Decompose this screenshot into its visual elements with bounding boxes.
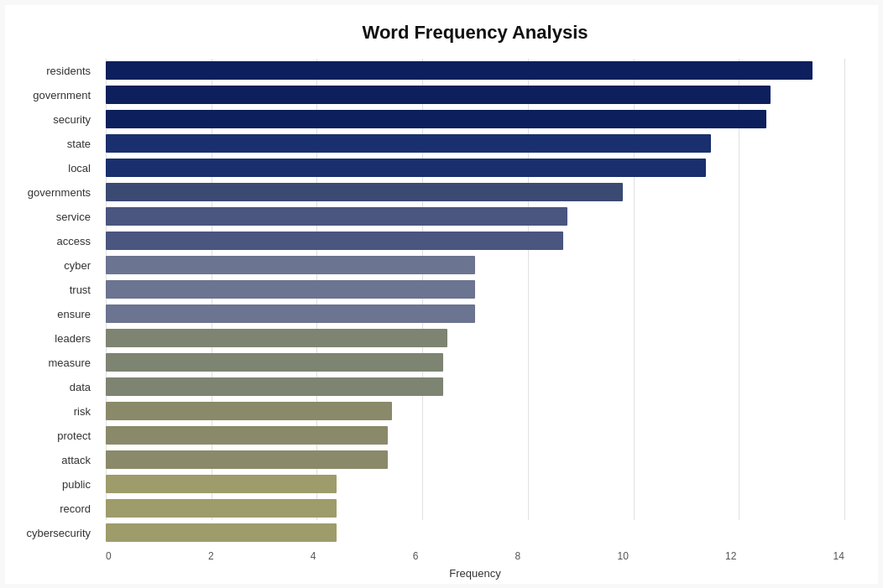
x-tick: 6 bbox=[413, 550, 419, 562]
x-axis: 02468101214 bbox=[106, 550, 844, 562]
bar-label: state bbox=[7, 138, 99, 150]
x-tick: 0 bbox=[106, 550, 112, 562]
bar-label: public bbox=[7, 478, 99, 491]
bar-track bbox=[106, 353, 844, 372]
bar-label: access bbox=[7, 235, 99, 247]
bar-label: ensure bbox=[7, 308, 99, 320]
bar-row: local bbox=[106, 156, 844, 180]
bar-fill bbox=[106, 475, 337, 493]
bar-label: security bbox=[7, 113, 99, 126]
x-tick: 4 bbox=[311, 550, 316, 562]
bar-track bbox=[106, 61, 844, 80]
bar-label: cyber bbox=[7, 259, 99, 272]
bar-label: data bbox=[7, 381, 99, 393]
bar-track bbox=[106, 426, 844, 445]
x-tick: 12 bbox=[725, 550, 736, 562]
bar-fill bbox=[106, 377, 443, 396]
bar-fill bbox=[106, 304, 475, 323]
bar-row: trust bbox=[106, 278, 844, 302]
chart-title: Word Frequency Analysis bbox=[106, 22, 844, 44]
bar-fill bbox=[106, 402, 392, 420]
bar-label: protect bbox=[7, 429, 99, 442]
bar-label: local bbox=[7, 162, 99, 174]
bar-fill bbox=[106, 329, 447, 347]
bar-row: attack bbox=[106, 448, 844, 472]
bar-track bbox=[106, 450, 844, 469]
chart-area: residentsgovernmentsecuritystatelocalgov… bbox=[106, 59, 844, 545]
bar-track bbox=[106, 523, 844, 542]
x-tick: 8 bbox=[515, 550, 521, 562]
bar-fill bbox=[106, 353, 443, 372]
bar-row: ensure bbox=[106, 302, 844, 326]
bar-row: cyber bbox=[106, 253, 844, 278]
bar-track bbox=[106, 377, 844, 396]
bar-row: data bbox=[106, 375, 844, 399]
bar-track bbox=[106, 499, 844, 518]
bar-track bbox=[106, 159, 844, 177]
bar-label: measure bbox=[7, 356, 99, 369]
x-axis-label: Frequency bbox=[106, 567, 844, 580]
bar-track bbox=[106, 110, 844, 128]
bar-track bbox=[106, 329, 844, 347]
bar-track bbox=[106, 280, 844, 299]
bar-fill bbox=[106, 110, 766, 128]
bar-fill bbox=[106, 86, 771, 104]
bar-fill bbox=[106, 426, 388, 445]
bar-row: protect bbox=[106, 424, 844, 448]
bar-row: measure bbox=[106, 351, 844, 375]
bar-label: cybersecurity bbox=[7, 527, 99, 539]
bar-row: governments bbox=[106, 180, 844, 205]
bar-track bbox=[106, 232, 844, 250]
x-tick: 14 bbox=[833, 550, 844, 562]
bar-row: record bbox=[106, 497, 844, 521]
bar-label: attack bbox=[7, 454, 99, 466]
bar-fill bbox=[106, 134, 711, 153]
bar-row: service bbox=[106, 205, 844, 229]
bar-track bbox=[106, 304, 844, 323]
bar-row: risk bbox=[106, 399, 844, 424]
x-tick: 2 bbox=[208, 550, 214, 562]
bar-row: leaders bbox=[106, 326, 844, 351]
bar-label: trust bbox=[7, 284, 99, 296]
bar-fill bbox=[106, 450, 388, 469]
chart-container: Word Frequency Analysis residentsgovernm… bbox=[5, 5, 878, 584]
bar-row: government bbox=[106, 83, 844, 107]
bar-track bbox=[106, 475, 844, 493]
bar-row: access bbox=[106, 229, 844, 253]
bar-fill bbox=[106, 280, 475, 299]
bars-wrapper: residentsgovernmentsecuritystatelocalgov… bbox=[106, 59, 844, 545]
bar-fill bbox=[106, 499, 337, 518]
bar-row: cybersecurity bbox=[106, 521, 844, 545]
bar-label: government bbox=[7, 89, 99, 101]
bar-track bbox=[106, 86, 844, 104]
bar-row: public bbox=[106, 472, 844, 497]
bar-track bbox=[106, 183, 844, 201]
bar-fill bbox=[106, 159, 706, 177]
bar-track bbox=[106, 134, 844, 153]
x-tick: 10 bbox=[617, 550, 628, 562]
bar-label: record bbox=[7, 502, 99, 515]
bar-row: residents bbox=[106, 59, 844, 83]
bar-label: leaders bbox=[7, 332, 99, 345]
bar-label: service bbox=[7, 211, 99, 223]
bar-track bbox=[106, 207, 844, 226]
bar-fill bbox=[106, 61, 812, 80]
bar-row: security bbox=[106, 107, 844, 132]
bar-label: risk bbox=[7, 405, 99, 418]
bar-track bbox=[106, 402, 844, 420]
bar-fill bbox=[106, 207, 567, 226]
bar-label: residents bbox=[7, 65, 99, 77]
bar-track bbox=[106, 256, 844, 274]
bar-row: state bbox=[106, 132, 844, 156]
bar-fill bbox=[106, 232, 563, 250]
bar-fill bbox=[106, 523, 337, 542]
bar-fill bbox=[106, 256, 475, 274]
bar-label: governments bbox=[7, 186, 99, 199]
bar-fill bbox=[106, 183, 623, 201]
